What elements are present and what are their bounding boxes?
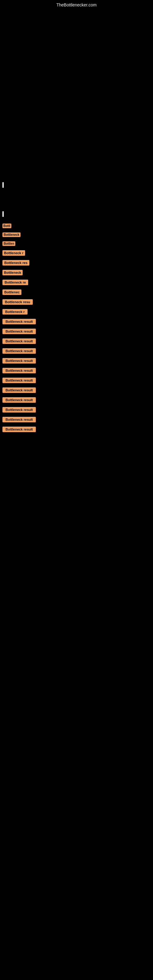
bottleneck-result-badge[interactable]: Bottleneck resu [2, 299, 33, 305]
list-item[interactable]: Bottleneck result [2, 329, 36, 334]
list-item[interactable]: Bottleneck result [2, 387, 36, 393]
bottleneck-result-badge[interactable]: Bottleneck result [2, 426, 36, 432]
list-item[interactable]: Bottleneck result [2, 378, 36, 383]
list-item[interactable]: Bottleneck r [2, 250, 36, 256]
list-item[interactable]: Bottleneck result [2, 368, 36, 373]
bottleneck-items-container: BottlBottleneckBottlenBottleneck rBottle… [2, 224, 36, 436]
bottleneck-result-badge[interactable]: Bottlenec [2, 290, 21, 295]
bottleneck-result-badge[interactable]: Bottleneck result [2, 348, 36, 354]
bottleneck-result-badge[interactable]: Bottleneck result [2, 319, 36, 324]
list-item[interactable]: Bottleneck re [2, 280, 36, 285]
list-item[interactable]: Bottlenec [2, 290, 36, 295]
bottleneck-result-badge[interactable]: Bottleneck result [2, 387, 36, 393]
list-item[interactable]: Bottleneck r [2, 309, 36, 315]
bottleneck-result-badge[interactable]: Bottleneck r [2, 250, 25, 256]
bottleneck-result-badge[interactable]: Bottleneck result [2, 368, 36, 373]
bottleneck-result-badge[interactable]: Bottleneck result [2, 417, 36, 422]
bottleneck-result-badge[interactable]: Bottleneck result [2, 339, 36, 344]
list-item[interactable]: Bottleneck result [2, 348, 36, 354]
bottleneck-result-badge[interactable]: Bottlen [2, 241, 15, 246]
list-item[interactable]: Bottleneck [2, 232, 36, 237]
bottleneck-result-badge[interactable]: Bottleneck [2, 270, 22, 275]
bottleneck-result-badge[interactable]: Bottleneck res [2, 260, 29, 266]
list-item[interactable]: Bottl [2, 224, 36, 228]
list-item[interactable]: Bottleneck result [2, 426, 36, 432]
bottleneck-result-badge[interactable]: Bottleneck re [2, 280, 28, 285]
bottleneck-result-badge[interactable]: Bottleneck result [2, 358, 36, 364]
bottleneck-result-badge[interactable]: Bottleneck result [2, 378, 36, 383]
list-item[interactable]: Bottleneck result [2, 407, 36, 412]
bottleneck-result-badge[interactable]: Bottleneck result [2, 329, 36, 334]
list-item[interactable]: Bottleneck result [2, 358, 36, 364]
list-item[interactable]: Bottleneck result [2, 319, 36, 324]
cursor-line-1 [2, 182, 4, 188]
list-item[interactable]: Bottleneck result [2, 417, 36, 422]
bottleneck-result-badge[interactable]: Bottleneck result [2, 407, 36, 412]
site-title: TheBottlenecker.com [56, 2, 97, 7]
list-item[interactable]: Bottleneck resu [2, 299, 36, 305]
cursor-line-2 [2, 211, 4, 217]
list-item[interactable]: Bottleneck res [2, 260, 36, 266]
list-item[interactable]: Bottleneck result [2, 397, 36, 403]
bottleneck-result-badge[interactable]: Bottleneck result [2, 397, 36, 403]
bottleneck-result-badge[interactable]: Bottleneck [2, 232, 21, 237]
list-item[interactable]: Bottleneck result [2, 339, 36, 344]
bottleneck-result-badge[interactable]: Bottl [2, 224, 11, 228]
list-item[interactable]: Bottlen [2, 241, 36, 246]
list-item[interactable]: Bottleneck [2, 270, 36, 275]
bottleneck-result-badge[interactable]: Bottleneck r [2, 309, 27, 315]
